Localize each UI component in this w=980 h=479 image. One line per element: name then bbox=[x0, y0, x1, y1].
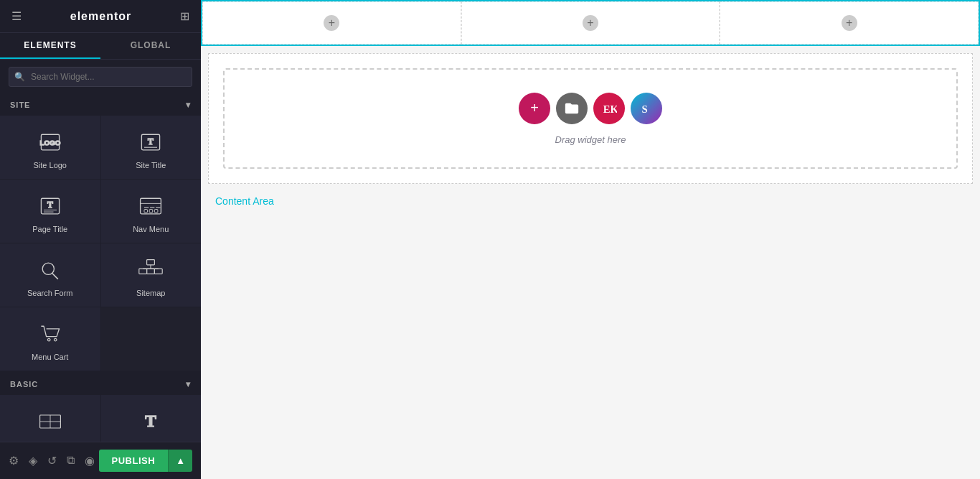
content-area-label: Content Area bbox=[201, 184, 980, 214]
svg-rect-16 bbox=[155, 210, 159, 213]
col-add-button-3[interactable]: + bbox=[842, 15, 857, 31]
basic-widget-grid: Inner Section T Heading bbox=[0, 395, 201, 442]
tab-global[interactable]: GLOBAL bbox=[100, 33, 201, 59]
search-input[interactable] bbox=[9, 67, 192, 87]
canvas-col-3: + bbox=[720, 1, 979, 45]
canvas-drop-section: + EK S Drag widget here bbox=[208, 53, 973, 184]
svg-rect-22 bbox=[139, 269, 147, 274]
site-title-icon: T bbox=[136, 128, 165, 157]
tab-elements[interactable]: ELEMENTS bbox=[0, 33, 100, 59]
basic-section-header[interactable]: BASIC ▾ bbox=[0, 373, 201, 395]
widget-site-logo[interactable]: LOGO Site Logo bbox=[0, 116, 100, 179]
svg-rect-19 bbox=[147, 260, 155, 265]
sidebar-footer: ⚙ ◈ ↺ ⧉ ◉ PUBLISH ▲ bbox=[0, 442, 201, 479]
svg-text:S: S bbox=[642, 103, 648, 114]
history-icon[interactable]: ↺ bbox=[47, 454, 57, 468]
widget-menu-cart[interactable]: Menu Cart bbox=[0, 307, 100, 371]
responsive-icon[interactable]: ⧉ bbox=[67, 454, 75, 468]
col-add-button-1[interactable]: + bbox=[324, 15, 339, 31]
page-title-icon: T bbox=[36, 192, 65, 220]
svg-rect-24 bbox=[155, 269, 163, 274]
svg-point-17 bbox=[42, 263, 54, 274]
settings-icon[interactable]: ⚙ bbox=[9, 454, 19, 468]
sitemap-label: Sitemap bbox=[136, 289, 165, 297]
nav-menu-label: Nav Menu bbox=[133, 225, 169, 233]
canvas-row-top: + + + bbox=[201, 0, 980, 46]
sidebar-scroll: SITE ▾ LOGO Site Logo T bbox=[0, 94, 201, 442]
search-icon: 🔍 bbox=[14, 72, 25, 82]
search-form-icon bbox=[36, 256, 65, 284]
widget-placeholder bbox=[101, 307, 202, 371]
active-canvas-row: + ⠿ ✕ + + + bbox=[201, 0, 980, 46]
site-section-arrow: ▾ bbox=[186, 100, 191, 110]
row-toolbar: + ⠿ ✕ bbox=[567, 0, 614, 1]
sitemap-icon bbox=[136, 256, 165, 284]
site-title-label: Site Title bbox=[136, 161, 166, 169]
fab-s-button[interactable]: S bbox=[631, 93, 662, 124]
fab-folder-button[interactable] bbox=[556, 93, 588, 124]
svg-text:EK: EK bbox=[603, 103, 617, 114]
site-widget-grid: LOGO Site Logo T Site Title bbox=[0, 116, 201, 373]
canvas-col-2: + bbox=[461, 1, 720, 45]
placeholder-icon bbox=[136, 324, 165, 353]
menu-cart-label: Menu Cart bbox=[32, 353, 68, 361]
widget-search-area: 🔍 bbox=[0, 60, 201, 94]
footer-icon-group: ⚙ ◈ ↺ ⧉ ◉ bbox=[9, 454, 95, 468]
drag-widget-text: Drag widget here bbox=[555, 134, 626, 145]
sidebar-tabs: ELEMENTS GLOBAL bbox=[0, 33, 201, 60]
widget-search-form[interactable]: Search Form bbox=[0, 243, 100, 307]
drop-area-icons: + EK S bbox=[519, 93, 662, 124]
site-section-label: SITE bbox=[10, 101, 30, 109]
svg-line-18 bbox=[52, 274, 57, 279]
nav-menu-icon bbox=[136, 192, 165, 220]
svg-rect-14 bbox=[144, 210, 148, 213]
publish-btn-wrap: PUBLISH ▲ bbox=[99, 450, 192, 472]
site-section-header[interactable]: SITE ▾ bbox=[0, 94, 201, 116]
inner-section-icon bbox=[36, 407, 65, 436]
search-form-label: Search Form bbox=[27, 289, 73, 297]
publish-button[interactable]: PUBLISH bbox=[99, 450, 169, 472]
svg-rect-15 bbox=[149, 210, 153, 213]
structure-icon[interactable]: ◈ bbox=[29, 454, 37, 468]
col-add-button-2[interactable]: + bbox=[583, 15, 598, 31]
sidebar-header: ☰ elementor ⊞ bbox=[0, 0, 201, 33]
main-canvas: + ⠿ ✕ + + + + EK bbox=[201, 0, 980, 479]
basic-section-label: BASIC bbox=[10, 380, 38, 389]
fab-add-button[interactable]: + bbox=[519, 93, 550, 124]
widget-inner-section[interactable]: Inner Section bbox=[0, 395, 100, 442]
widget-drop-area[interactable]: + EK S Drag widget here bbox=[223, 68, 958, 169]
canvas-col-1: + bbox=[202, 1, 461, 45]
site-logo-icon: LOGO bbox=[36, 128, 65, 157]
heading-icon: T bbox=[136, 407, 165, 436]
preview-icon[interactable]: ◉ bbox=[85, 454, 95, 468]
sidebar: ☰ elementor ⊞ ELEMENTS GLOBAL 🔍 SITE ▾ bbox=[0, 0, 201, 479]
svg-text:LOGO: LOGO bbox=[39, 139, 60, 147]
widget-heading[interactable]: T Heading bbox=[101, 395, 202, 442]
grid-icon[interactable]: ⊞ bbox=[180, 9, 189, 23]
svg-text:T: T bbox=[148, 137, 154, 147]
page-title-label: Page Title bbox=[32, 225, 67, 233]
widget-site-title[interactable]: T Site Title bbox=[101, 116, 202, 179]
svg-rect-23 bbox=[147, 269, 155, 274]
publish-arrow-button[interactable]: ▲ bbox=[168, 450, 192, 472]
svg-text:T: T bbox=[47, 200, 53, 210]
menu-cart-icon bbox=[36, 320, 65, 348]
basic-section-arrow: ▾ bbox=[186, 379, 191, 389]
widget-page-title[interactable]: T Page Title bbox=[0, 180, 100, 243]
app-title: elementor bbox=[70, 10, 131, 23]
widget-nav-menu[interactable]: Nav Menu bbox=[101, 180, 202, 243]
svg-point-25 bbox=[47, 338, 50, 341]
fab-ek-button[interactable]: EK bbox=[593, 93, 625, 124]
hamburger-icon[interactable]: ☰ bbox=[11, 9, 22, 23]
widget-sitemap[interactable]: Sitemap bbox=[101, 243, 202, 307]
svg-text:T: T bbox=[145, 411, 156, 430]
site-logo-label: Site Logo bbox=[34, 161, 67, 169]
svg-point-26 bbox=[54, 338, 57, 341]
